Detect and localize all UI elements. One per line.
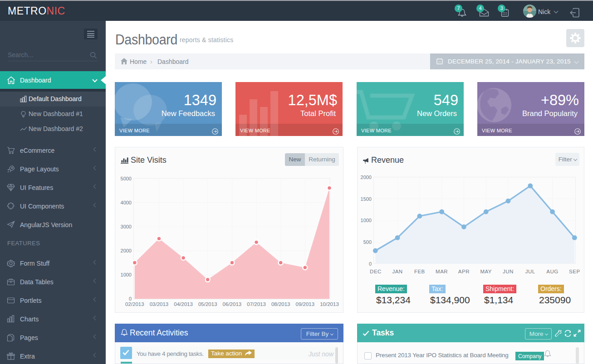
svg-text:08/2013: 08/2013 [271,301,290,307]
svg-text:APR: APR [458,269,470,274]
svg-text:MAY: MAY [480,269,492,274]
svg-text:1500: 1500 [361,196,372,202]
svg-text:05/2013: 05/2013 [198,301,217,307]
svg-text:FEB: FEB [414,269,425,274]
svg-text:1000: 1000 [121,272,132,277]
svg-text:JAN: JAN [392,269,402,274]
svg-text:2000: 2000 [121,248,132,253]
svg-text:SEP: SEP [569,269,580,274]
svg-text:JUL: JUL [525,269,535,274]
svg-text:04/2013: 04/2013 [174,301,193,307]
svg-text:500: 500 [363,239,372,245]
svg-text:MAR: MAR [436,269,448,274]
svg-text:0: 0 [369,261,372,267]
svg-text:0: 0 [129,296,132,301]
svg-text:DEC: DEC [370,269,382,274]
svg-text:09/2013: 09/2013 [296,301,315,307]
svg-text:AUG: AUG [546,269,558,274]
svg-text:4000: 4000 [121,200,132,205]
svg-text:02/2013: 02/2013 [125,301,144,307]
svg-text:5000: 5000 [121,176,132,181]
svg-text:2000: 2000 [361,175,372,180]
svg-text:JUN: JUN [503,269,514,274]
svg-text:06/2013: 06/2013 [223,301,242,307]
svg-text:03/2013: 03/2013 [150,301,169,307]
svg-text:1000: 1000 [361,218,372,223]
svg-text:10/2013: 10/2013 [320,301,339,307]
svg-text:07/2013: 07/2013 [247,301,266,307]
svg-text:3000: 3000 [121,224,132,229]
